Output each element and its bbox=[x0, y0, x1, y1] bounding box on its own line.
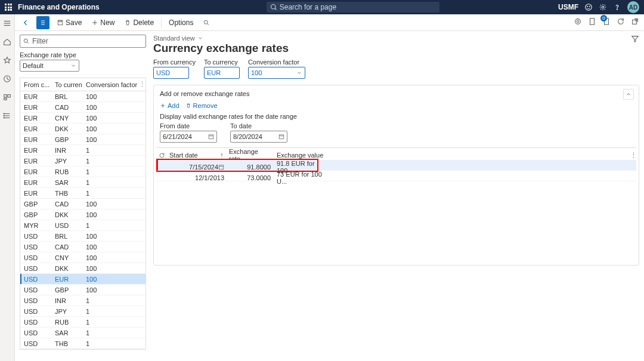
col-exchange-value[interactable]: Exchange value bbox=[274, 152, 327, 159]
table-row[interactable]: EURTHB1 bbox=[20, 188, 145, 199]
svg-line-28 bbox=[208, 23, 209, 24]
svg-rect-12 bbox=[8, 95, 10, 97]
svg-line-1 bbox=[275, 8, 276, 10]
table-row[interactable]: GBPDKK100 bbox=[20, 209, 145, 220]
add-rate-button[interactable]: Add bbox=[160, 102, 179, 109]
col-factor[interactable]: Conversion factor bbox=[82, 81, 138, 88]
exchange-rates-section: Add or remove exchange rates Add Remove … bbox=[153, 85, 639, 266]
table-row[interactable]: USDTHB1 bbox=[20, 338, 145, 349]
table-row[interactable]: MYRUSD1 bbox=[20, 220, 145, 231]
app-title: Finance and Operations bbox=[18, 3, 100, 11]
table-header: From c... To currency Conversion factor … bbox=[20, 78, 145, 91]
table-row[interactable]: USDINR1 bbox=[20, 295, 145, 306]
clock-icon[interactable] bbox=[3, 75, 11, 85]
svg-point-34 bbox=[24, 39, 27, 42]
edit-button[interactable] bbox=[36, 16, 49, 29]
waffle-icon[interactable] bbox=[5, 4, 12, 11]
gear-icon[interactable] bbox=[599, 3, 607, 11]
rate-type-select[interactable]: Default bbox=[20, 60, 79, 72]
table-row[interactable]: USDSAR1 bbox=[20, 328, 145, 338]
home-icon[interactable] bbox=[3, 38, 11, 48]
detail-panel: Standard view Currency exchange rates Fr… bbox=[153, 35, 639, 356]
svg-point-2 bbox=[586, 4, 592, 11]
refresh-icon[interactable] bbox=[156, 152, 167, 159]
table-row[interactable]: EURJPY1 bbox=[20, 156, 145, 166]
modules-icon[interactable] bbox=[3, 112, 11, 122]
from-currency-input[interactable]: USD bbox=[153, 67, 189, 79]
list-panel: Filter Exchange rate type Default From c… bbox=[20, 35, 146, 356]
attach-icon[interactable] bbox=[574, 17, 582, 27]
svg-point-4 bbox=[589, 6, 590, 7]
table-row[interactable]: EURCAD100 bbox=[20, 102, 145, 113]
table-row[interactable]: USDGBP100 bbox=[20, 285, 145, 295]
page-title: Currency exchange rates bbox=[153, 42, 639, 55]
table-row[interactable]: EURRUB1 bbox=[20, 166, 145, 177]
svg-rect-40 bbox=[279, 135, 284, 139]
help-icon[interactable] bbox=[613, 3, 621, 11]
table-row[interactable]: EURBRL100 bbox=[20, 91, 145, 102]
back-button[interactable] bbox=[20, 18, 32, 27]
table-row[interactable]: USDBRL100 bbox=[20, 231, 145, 242]
company-label[interactable]: USMF bbox=[558, 3, 578, 11]
from-date-input[interactable]: 6/21/2024 bbox=[160, 131, 217, 143]
new-button[interactable]: New bbox=[89, 17, 117, 28]
smiley-icon[interactable] bbox=[584, 3, 593, 11]
col-from[interactable]: From c... bbox=[20, 81, 51, 88]
table-row[interactable]: USDDKK100 bbox=[20, 263, 145, 274]
calendar-icon bbox=[278, 134, 284, 140]
save-button[interactable]: Save bbox=[54, 17, 84, 28]
table-row[interactable]: EURDKK100 bbox=[20, 124, 145, 134]
chevron-down-icon bbox=[197, 35, 203, 41]
table-row[interactable]: EURINR1 bbox=[20, 145, 145, 156]
conversion-factor-select[interactable]: 100 bbox=[248, 67, 305, 79]
user-avatar[interactable]: AD bbox=[627, 1, 639, 13]
table-row[interactable]: USDCNY100 bbox=[20, 252, 145, 263]
table-row[interactable]: USDCAD100 bbox=[20, 242, 145, 252]
col-more-icon[interactable]: ⋮ bbox=[628, 152, 636, 159]
view-selector[interactable]: Standard view bbox=[153, 35, 639, 42]
workspace-icon[interactable] bbox=[3, 93, 11, 103]
svg-point-6 bbox=[617, 9, 617, 10]
table-row[interactable]: USDJPY1 bbox=[20, 306, 145, 317]
to-date-input[interactable]: 8/20/2024 bbox=[230, 131, 287, 143]
svg-point-17 bbox=[4, 113, 4, 114]
svg-point-19 bbox=[4, 118, 4, 118]
hamburger-icon[interactable] bbox=[3, 19, 11, 29]
list-filter-input[interactable]: Filter bbox=[20, 35, 146, 48]
toolbar-separator bbox=[161, 18, 162, 27]
to-currency-input[interactable]: EUR bbox=[204, 67, 240, 79]
search-icon bbox=[23, 38, 30, 45]
table-row[interactable]: EURGBP100 bbox=[20, 134, 145, 145]
section-title: Add or remove exchange rates bbox=[154, 85, 639, 101]
popout-icon[interactable] bbox=[631, 17, 639, 27]
table-row[interactable]: EURCNY100 bbox=[20, 113, 145, 124]
delete-button[interactable]: Delete bbox=[122, 17, 156, 28]
star-icon[interactable] bbox=[3, 56, 11, 66]
svg-line-35 bbox=[27, 42, 29, 44]
svg-point-30 bbox=[577, 20, 579, 23]
table-row[interactable]: EURSAR1 bbox=[20, 177, 145, 188]
calendar-icon bbox=[218, 164, 224, 170]
svg-point-29 bbox=[575, 19, 581, 24]
col-more-icon[interactable]: ⋮ bbox=[138, 81, 145, 88]
svg-point-0 bbox=[271, 5, 275, 10]
chevron-down-icon bbox=[70, 63, 76, 69]
from-date-label: From date bbox=[160, 122, 217, 129]
collapse-button[interactable] bbox=[623, 89, 634, 100]
chevron-down-icon bbox=[296, 70, 302, 76]
global-search-input[interactable]: Search for a page bbox=[267, 2, 439, 13]
refresh-icon[interactable] bbox=[617, 17, 625, 27]
col-start-date[interactable]: Start date bbox=[167, 152, 227, 159]
page-icon[interactable] bbox=[588, 17, 596, 27]
table-row[interactable]: 12/1/201373.000073 EUR for 100 U... bbox=[156, 171, 636, 181]
svg-rect-13 bbox=[4, 98, 7, 100]
remove-rate-button[interactable]: Remove bbox=[185, 102, 218, 109]
table-row[interactable]: GBPCAD100 bbox=[20, 199, 145, 209]
find-button[interactable] bbox=[200, 18, 212, 27]
table-row[interactable]: 7/15/202491.800091.8 EUR for 100 ... bbox=[156, 160, 636, 171]
col-to[interactable]: To currency bbox=[51, 81, 82, 88]
table-row[interactable]: USDRUB1 bbox=[20, 317, 145, 328]
table-row[interactable]: USDEUR100 bbox=[20, 274, 145, 285]
app-header: Finance and Operations Search for a page… bbox=[0, 0, 644, 14]
options-button[interactable]: Options bbox=[166, 17, 196, 28]
